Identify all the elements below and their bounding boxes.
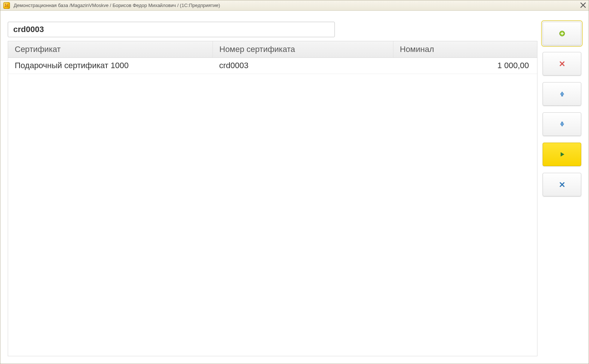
search-input[interactable] [8, 22, 335, 37]
app-1c-icon: 1c [3, 2, 10, 9]
table-row[interactable]: Подарочный сертификат 1000 crd0003 1 000… [8, 57, 537, 74]
app-icon-text: 1c [4, 3, 8, 7]
cell-certificate: Подарочный сертификат 1000 [8, 57, 213, 74]
move-down-button[interactable] [543, 112, 581, 136]
right-toolbar [543, 22, 581, 356]
confirm-button[interactable] [543, 143, 581, 166]
x-blue-icon [559, 181, 565, 188]
window-close-button[interactable] [580, 2, 586, 8]
plus-circle-icon [559, 30, 565, 37]
cancel-button[interactable] [543, 173, 581, 196]
add-button[interactable] [543, 22, 581, 45]
window-title: Демонстрационная база /MagazinVMoskve / … [14, 3, 220, 8]
close-icon [580, 2, 586, 8]
cell-number: crd0003 [213, 57, 393, 74]
remove-button[interactable] [543, 52, 581, 76]
left-pane: Сертификат Номер сертификата Номинал Под… [8, 22, 537, 356]
window: 1c Демонстрационная база /MagazinVMoskve… [0, 0, 589, 364]
certificate-table: Сертификат Номер сертификата Номинал Под… [8, 41, 537, 356]
arrow-down-icon [559, 121, 565, 127]
table-header-row: Сертификат Номер сертификата Номинал [8, 41, 537, 57]
play-icon [559, 151, 565, 158]
col-number[interactable]: Номер сертификата [213, 41, 393, 57]
client-area: Сертификат Номер сертификата Номинал Под… [0, 11, 589, 364]
col-nominal[interactable]: Номинал [393, 41, 537, 57]
title-bar: 1c Демонстрационная база /MagazinVMoskve… [0, 0, 589, 11]
arrow-up-icon [559, 91, 565, 97]
x-red-icon [559, 60, 565, 67]
col-certificate[interactable]: Сертификат [8, 41, 213, 57]
move-up-button[interactable] [543, 82, 581, 106]
cell-nominal: 1 000,00 [393, 57, 537, 74]
